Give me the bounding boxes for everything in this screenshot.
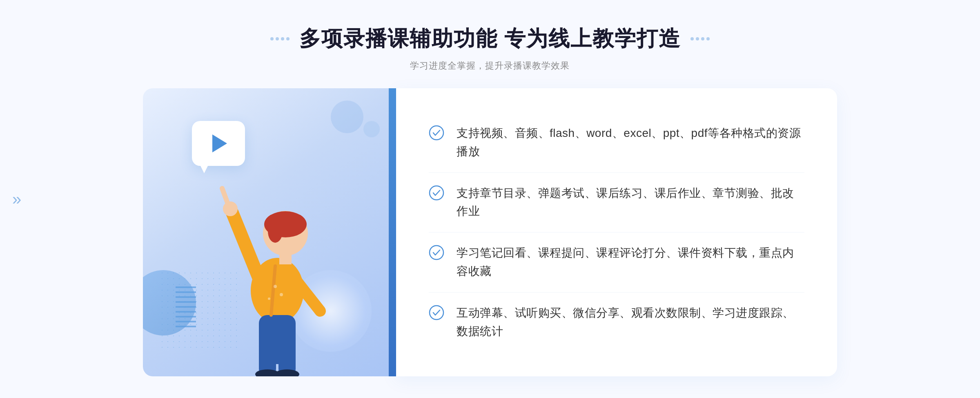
title-dots-left (270, 37, 290, 40)
illustration-box (143, 88, 396, 376)
feature-item-2: 支持章节目录、弹题考试、课后练习、课后作业、章节测验、批改作业 (429, 173, 804, 233)
person-illustration (200, 164, 355, 376)
feature-text-3: 学习笔记回看、课程提问、课程评论打分、课件资料下载，重点内容收藏 (457, 244, 804, 281)
feature-item-3: 学习笔记回看、课程提问、课程评论打分、课件资料下载，重点内容收藏 (429, 233, 804, 293)
svg-point-16 (280, 293, 283, 296)
svg-point-18 (430, 126, 443, 140)
check-icon-4 (429, 305, 444, 320)
svg-point-15 (274, 285, 277, 288)
title-dots-right (690, 37, 710, 40)
svg-point-3 (268, 220, 283, 243)
svg-point-19 (430, 186, 443, 200)
page-container: 多项录播课辅助功能 专为线上教学打造 学习进度全掌握，提升录播课教学效果 » (0, 0, 980, 398)
svg-rect-4 (279, 253, 292, 264)
feature-text-1: 支持视频、音频、flash、word、excel、ppt、pdf等各种格式的资源… (457, 124, 804, 161)
svg-point-21 (430, 306, 443, 320)
features-panel: 支持视频、音频、flash、word、excel、ppt、pdf等各种格式的资源… (396, 88, 837, 376)
subtitle: 学习进度全掌握，提升录播课教学效果 (410, 60, 570, 72)
blue-bar-accent (389, 88, 396, 376)
feature-item-4: 互动弹幕、试听购买、微信分享、观看次数限制、学习进度跟踪、数据统计 (429, 293, 804, 352)
circle-decor-top (331, 101, 363, 133)
svg-line-5 (232, 213, 259, 278)
header-section: 多项录播课辅助功能 专为线上教学打造 学习进度全掌握，提升录播课教学效果 (270, 25, 710, 72)
content-area: 支持视频、音频、flash、word、excel、ppt、pdf等各种格式的资源… (143, 88, 837, 376)
play-bubble (192, 121, 245, 166)
svg-point-13 (275, 369, 299, 376)
play-icon (212, 134, 227, 152)
check-icon-1 (429, 125, 444, 141)
left-arrow-decoration: » (12, 190, 21, 208)
svg-point-17 (268, 297, 270, 300)
check-icon-3 (429, 245, 444, 260)
stripes-decor (176, 286, 196, 327)
check-icon-2 (429, 185, 444, 201)
feature-text-2: 支持章节目录、弹题考试、课后练习、课后作业、章节测验、批改作业 (457, 184, 804, 221)
circle-decor-small (363, 121, 380, 137)
feature-item-1: 支持视频、音频、flash、word、excel、ppt、pdf等各种格式的资源… (429, 113, 804, 173)
feature-text-4: 互动弹幕、试听购买、微信分享、观看次数限制、学习进度跟踪、数据统计 (457, 304, 804, 341)
title-row: 多项录播课辅助功能 专为线上教学打造 (270, 25, 710, 53)
main-title: 多项录播课辅助功能 专为线上教学打造 (299, 25, 681, 53)
svg-line-7 (222, 188, 227, 203)
svg-point-20 (430, 246, 443, 259)
svg-point-6 (223, 201, 238, 216)
